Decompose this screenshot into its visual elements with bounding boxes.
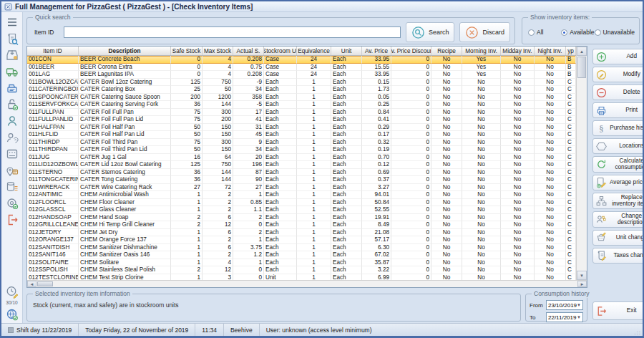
column-header[interactable]: Morning Inv.	[462, 47, 501, 55]
radio-all[interactable]: All	[528, 29, 561, 36]
table-row[interactable]: 011FULLPANLIDCATER Foil Full Pan Lid7520…	[27, 116, 576, 124]
modify-button[interactable]: Modify	[592, 67, 644, 82]
column-header[interactable]: Recipe	[431, 47, 462, 55]
unit-change-button[interactable]: Unit change	[592, 230, 644, 246]
table-row[interactable]: 012HANDSOAPCHEM Hand Soap262Each1Each19.…	[27, 214, 576, 222]
taxes-change-button[interactable]: Taxes change	[592, 248, 644, 264]
shift-clock-icon[interactable]	[4, 284, 20, 299]
table-row[interactable]: 011THIRDPCATER Foil Third Pan753009Each1…	[27, 139, 576, 147]
table-row[interactable]: 011THIRDPANCATER Foil Third Pan Lid50150…	[27, 146, 576, 154]
table-cell: C	[566, 131, 576, 139]
change-description-button[interactable]: Change description	[592, 211, 644, 228]
radio-available[interactable]: Available	[561, 29, 594, 36]
add-button[interactable]: Add	[592, 49, 644, 64]
column-header[interactable]: Safe Stock	[171, 47, 203, 55]
table-cell: 50	[171, 146, 203, 154]
item-id-input[interactable]	[64, 26, 401, 38]
locations-button[interactable]: Locations	[592, 138, 644, 154]
terminal-keypad-icon[interactable]	[4, 146, 20, 161]
delivery-truck-icon[interactable]	[4, 64, 20, 79]
user-icon[interactable]	[4, 113, 20, 128]
receipt-search-icon[interactable]	[4, 31, 20, 46]
logout-door-icon[interactable]	[4, 212, 20, 227]
table-row[interactable]: 012SSPOLISHCHEM Stainless Steal Polish21…	[27, 266, 576, 274]
purchase-history-button[interactable]: §Purchase history	[592, 120, 644, 136]
globe-sync-icon[interactable]	[4, 306, 20, 322]
table-row[interactable]: 012ORANGE137CHEM Orange Force 137121Each…	[27, 236, 576, 244]
location-calendar-icon[interactable]	[4, 163, 20, 178]
scroll-left-icon[interactable]: ◄	[27, 281, 36, 287]
average-price-button[interactable]: Average price▼	[592, 175, 644, 190]
table-row[interactable]: 011FULLPANCATER Foil Full Pan7530017Each…	[27, 109, 576, 117]
database-list-icon[interactable]	[4, 179, 20, 194]
radio-unavailable[interactable]: Unavailable	[595, 29, 635, 36]
table-row[interactable]: 012SOLITAIRECHEM Solitare141Each1Each35.…	[27, 259, 576, 267]
lock-check-icon[interactable]	[4, 97, 20, 112]
table-row[interactable]: 011STERNOCATER Sternos Catering3614487Ea…	[27, 169, 576, 177]
column-header[interactable]: Midday Inv.	[501, 47, 535, 55]
table-row[interactable]: 012SANITDISHCHEM Sanitizer Dishmachine16…	[27, 244, 576, 252]
table-row[interactable]: 001LAGBEER Lagunitas IPA040.208Case24Eac…	[27, 71, 576, 79]
table-row[interactable]: 012ANTIMICCHEM Antimicrobial Wash121Each…	[27, 191, 576, 199]
replace-inventory-items-button[interactable]: Replace inventory items	[592, 193, 644, 209]
table-row[interactable]: 001BEERBEER Corona Extra040.75Case24Each…	[27, 64, 576, 72]
vertical-scroll-thumb[interactable]	[577, 57, 586, 78]
table-row[interactable]: 011LID12OZBOWLCATER Lid 12oz Bowl Cateri…	[27, 161, 576, 169]
discard-button[interactable]: Discard	[459, 22, 510, 42]
column-header[interactable]: Equivalence	[297, 47, 331, 55]
table-row[interactable]: 011HALFPANCATER Foil Half Pan5015031Each…	[27, 124, 576, 132]
table-cell: No	[501, 251, 535, 259]
table-row[interactable]: 012SANIT146CHEM Sanitizer Oasis 146121.2…	[27, 251, 576, 259]
delete-button[interactable]: Delete	[592, 84, 644, 100]
table-row[interactable]: 012GRILLCLEANERCHEM Hi Temp Grill Cleane…	[27, 221, 576, 229]
column-header[interactable]: Stockroom U.	[264, 47, 297, 55]
table-row[interactable]: 011BOWL12OZCATCATER Bowl 12oz Catering12…	[27, 79, 576, 87]
column-header[interactable]: Av. Price	[362, 47, 391, 55]
resize-grip[interactable]: .::	[634, 329, 641, 336]
column-header[interactable]: yp	[566, 47, 576, 55]
vertical-scroll-track[interactable]	[577, 79, 587, 271]
cash-register-icon[interactable]	[4, 80, 20, 95]
table-header: Item IDDescriptionSafe StockMax StockAct…	[27, 47, 576, 56]
table-row[interactable]: 012FLOORCLCHEM Floor Cleaner120.85Each1E…	[27, 199, 576, 207]
table-row[interactable]: 011TONGCATERINGCATER Tong Catering361449…	[27, 176, 576, 184]
exit-button[interactable]: Exit	[592, 301, 644, 320]
column-header[interactable]: Unit	[331, 47, 362, 55]
column-header[interactable]: Night Inv.	[535, 47, 566, 55]
column-header[interactable]: Description	[79, 47, 171, 55]
table-row[interactable]: 011CATERINGBOXCATER Catering Box255034Ea…	[27, 86, 576, 94]
calculate-consumption-button[interactable]: Calculate consumption	[592, 156, 644, 173]
vertical-scrollbar[interactable]: ▲ ▼	[576, 47, 587, 280]
scroll-up-icon[interactable]: ▲	[577, 47, 587, 56]
table-row[interactable]: 011SPOONCATERINCATER Catering Sauce Spoo…	[27, 94, 576, 102]
horizontal-scroll-track[interactable]	[54, 281, 577, 287]
table-row[interactable]: 011SERVFORKCATCATER Catering Serving For…	[27, 101, 576, 109]
menu-icon[interactable]	[4, 14, 20, 29]
scroll-right-icon[interactable]: ►	[577, 281, 587, 287]
print-button[interactable]: Print	[592, 102, 644, 118]
table-row[interactable]: 012GLASSCLCHEM Glass Cleaner121.1Each1Ea…	[27, 206, 576, 214]
column-header[interactable]: Av. Price Discount	[391, 47, 431, 55]
table-row[interactable]: 011WIRERACKCATER Wire Catering Rack27722…	[27, 184, 576, 192]
column-header[interactable]: Actual S.	[233, 47, 264, 55]
horizontal-scrollbar[interactable]: ◄ ►	[27, 280, 587, 287]
table-row[interactable]: 011HLFLIDCATER Foil Half Pan Lid5015045E…	[27, 131, 576, 139]
radio-dot-icon	[561, 29, 567, 36]
table-cell: No	[501, 94, 535, 102]
table-row[interactable]: 011JUGCATER Jug 1 Gal166420Each1Each0.70…	[27, 154, 576, 162]
table-cell: 15.55	[362, 64, 391, 72]
table-row[interactable]: 012TESTCLORINECHEM Test Strip Clorine130…	[27, 274, 576, 281]
column-header[interactable]: Max Stock	[203, 47, 233, 55]
wheel-check-icon[interactable]	[4, 195, 20, 211]
search-button[interactable]: Search	[406, 22, 455, 42]
horizontal-scroll-thumb[interactable]	[37, 281, 53, 286]
table-cell: Each	[331, 101, 362, 109]
from-date-select[interactable]: 23/10/2019 ▼	[546, 300, 583, 310]
fingerprint-user-icon[interactable]	[4, 130, 20, 145]
column-header[interactable]: Item ID	[27, 47, 79, 55]
table-row[interactable]: 012JETDRYCHEM Jet Dry162Each1Each21.080N…	[27, 229, 576, 237]
to-date-select[interactable]: 22/11/2019 ▼	[546, 312, 583, 322]
table-row[interactable]: 001CONBEER Concrete Beach040.208Case24Ea…	[27, 56, 576, 64]
goods-in-icon[interactable]	[4, 47, 20, 62]
scroll-down-icon[interactable]: ▼	[577, 271, 587, 280]
